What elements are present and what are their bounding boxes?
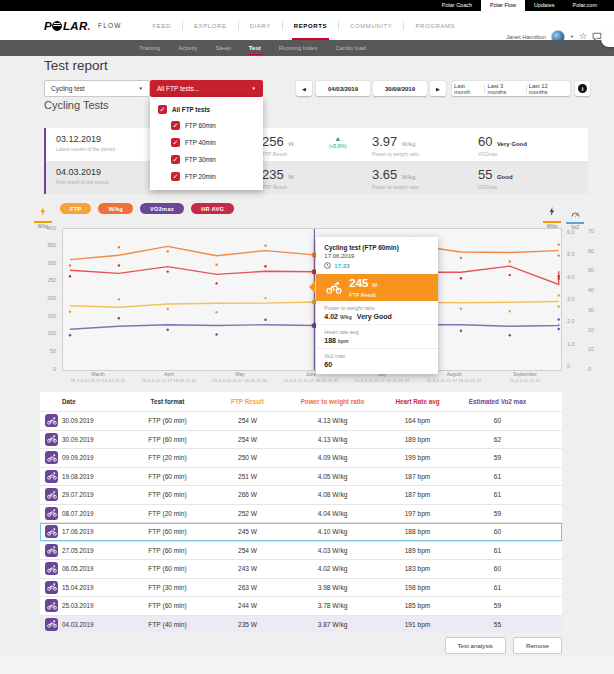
data-point-ftp[interactable]: [264, 244, 266, 246]
dropdown-option-ftp-60min[interactable]: ✓FTP 60min: [150, 117, 263, 134]
right-axis-unit-vo2[interactable]: Vo2: [566, 203, 584, 230]
subnav-item-sleep[interactable]: Sleep: [206, 40, 239, 56]
data-point-ftp[interactable]: [167, 250, 169, 252]
data-point-vo2max[interactable]: [215, 333, 217, 335]
data-point-hr-avg[interactable]: [460, 277, 462, 279]
data-point-hr-avg[interactable]: [215, 282, 217, 284]
data-point-w-kg[interactable]: [509, 310, 511, 312]
data-point-hr-avg[interactable]: [558, 275, 560, 277]
data-point-vo2max[interactable]: [509, 334, 511, 336]
data-point-vo2max[interactable]: [558, 328, 560, 330]
range-last-month[interactable]: Last month: [452, 83, 484, 95]
data-point-ftp[interactable]: [460, 257, 462, 259]
data-point-w-kg[interactable]: [167, 308, 169, 310]
data-point-w-kg[interactable]: [460, 308, 462, 310]
checkbox-checked-icon[interactable]: ✓: [171, 172, 180, 181]
cell-date: 19.08.2019: [62, 473, 120, 480]
table-row[interactable]: 06.05.2019FTP (60 min)243 W4.02 W/kg183 …: [40, 560, 562, 579]
data-point-vo2max[interactable]: [167, 329, 169, 331]
range-last-3-months[interactable]: Last 3 months: [485, 83, 525, 95]
data-point-w-kg[interactable]: [264, 297, 266, 299]
info-button[interactable]: i: [575, 81, 590, 96]
data-point-vo2max[interactable]: [69, 334, 71, 336]
floating-side-tab[interactable]: [601, 31, 614, 47]
data-point-vo2max[interactable]: [460, 330, 462, 332]
chart-plot-area[interactable]: [62, 228, 562, 371]
table-row[interactable]: 29.07.2019FTP (60 min)266 W4.08 W/kg187 …: [40, 486, 562, 505]
subnav-item-cardio-load[interactable]: Cardio load: [326, 40, 375, 56]
sport-select[interactable]: Cycling test ▼: [44, 80, 150, 97]
nav-item-explore[interactable]: EXPLORE: [183, 11, 238, 40]
data-point-hr-avg[interactable]: [558, 277, 560, 279]
subnav-item-activity[interactable]: Activity: [169, 40, 206, 56]
polar-logo[interactable]: PLAR.: [44, 20, 91, 32]
legend-vo2max[interactable]: VO2max: [140, 203, 184, 214]
test-type-select[interactable]: All FTP tests... ▼: [150, 80, 263, 97]
table-row[interactable]: 19.08.2019FTP (60 min)251 W4.05 W/kg187 …: [40, 468, 562, 487]
data-point-hr-avg[interactable]: [118, 264, 120, 266]
remove-button[interactable]: Remove: [513, 637, 562, 654]
data-point-ftp[interactable]: [558, 254, 560, 256]
nav-item-reports[interactable]: REPORTS: [283, 11, 338, 40]
date-from-field[interactable]: 04/03/2019: [316, 81, 370, 96]
subnav-item-training[interactable]: Training: [130, 40, 169, 56]
user-caret-icon[interactable]: ▼: [570, 34, 574, 39]
table-row[interactable]: 15.04.2019FTP (30 min)263 W3.98 W/kg198 …: [40, 579, 562, 598]
topbar-link-updates[interactable]: Updates: [525, 0, 564, 11]
summary-latest-row[interactable]: 03.12.2019Latest results of the period 2…: [46, 128, 588, 161]
data-point-hr-avg[interactable]: [69, 275, 71, 277]
topbar-link-polar-coach[interactable]: Polar Coach: [433, 0, 481, 11]
data-point-ftp[interactable]: [118, 246, 120, 248]
data-point-w-kg[interactable]: [69, 311, 71, 313]
data-point-hr-avg[interactable]: [167, 270, 169, 272]
data-point-vo2max[interactable]: [264, 319, 266, 321]
dropdown-option-ftp-40min[interactable]: ✓FTP 40min: [150, 134, 263, 151]
table-row[interactable]: 27.05.2019FTP (60 min)254 W4.03 W/kg189 …: [40, 542, 562, 561]
subnav-item-test[interactable]: Test: [240, 40, 270, 56]
table-header: Date Test format FTP Result Power to wei…: [40, 392, 562, 412]
subnav-item-running-index[interactable]: Running Index: [270, 40, 327, 56]
table-row[interactable]: 17.06.2019FTP (60 min)245 W4.10 W/kg188 …: [40, 523, 562, 542]
summary-first-row[interactable]: 04.03.2019First result of the period FTP…: [46, 161, 588, 194]
topbar-link-polar-com[interactable]: Polar.com: [564, 0, 606, 11]
right-axis-unit-wkg[interactable]: W/kg: [543, 202, 561, 229]
date-to-field[interactable]: 30/09/2019: [373, 81, 427, 96]
checkbox-checked-icon[interactable]: ✓: [171, 121, 180, 130]
data-point-w-kg[interactable]: [118, 298, 120, 300]
checkbox-checked-icon[interactable]: ✓: [171, 138, 180, 147]
data-point-w-kg[interactable]: [558, 305, 560, 307]
data-point-w-kg[interactable]: [558, 294, 560, 296]
dropdown-option-all[interactable]: ✓ All FTP tests: [150, 101, 263, 117]
table-row[interactable]: 09.09.2019FTP (20 min)250 W4.09 W/kg199 …: [40, 449, 562, 468]
range-last-12-months[interactable]: Last 12 months: [527, 83, 570, 95]
nav-item-diary[interactable]: DIARY: [239, 11, 282, 40]
checkbox-checked-icon[interactable]: ✓: [171, 155, 180, 164]
data-point-ftp[interactable]: [215, 264, 217, 266]
test-analysis-button[interactable]: Test analysis: [445, 637, 506, 654]
date-back-button[interactable]: ◀: [296, 81, 312, 96]
date-forward-button[interactable]: ▶: [430, 81, 446, 96]
table-row[interactable]: 04.03.2019FTP (40 min)235 W3.87 W/kg191 …: [40, 616, 562, 634]
data-point-hr-avg[interactable]: [509, 274, 511, 276]
topbar-link-polar-flow[interactable]: Polar Flow: [481, 0, 525, 11]
nav-item-community[interactable]: COMMUNITY: [339, 11, 403, 40]
data-point-vo2max[interactable]: [558, 318, 560, 320]
table-row[interactable]: 30.09.2019FTP (60 min)254 W4.13 W/kg189 …: [40, 431, 562, 450]
data-point-ftp[interactable]: [558, 243, 560, 245]
legend-w-kg[interactable]: W/kg: [98, 203, 133, 214]
data-point-ftp[interactable]: [69, 264, 71, 266]
table-row[interactable]: 30.09.2019FTP (60 min)254 W4.13 W/kg164 …: [40, 412, 562, 431]
legend-hr-avg[interactable]: HR AVG: [191, 203, 234, 214]
data-point-w-kg[interactable]: [215, 311, 217, 313]
legend-ftp[interactable]: FTP: [60, 203, 91, 214]
table-row[interactable]: 08.07.2019FTP (20 min)252 W4.04 W/kg197 …: [40, 505, 562, 524]
nav-item-feed[interactable]: FEED: [142, 11, 182, 40]
data-point-hr-avg[interactable]: [264, 265, 266, 267]
table-row[interactable]: 25.03.2019FTP (60 min)244 W3.78 W/kg185 …: [40, 597, 562, 616]
dropdown-option-ftp-30min[interactable]: ✓FTP 30min: [150, 151, 263, 168]
dropdown-option-ftp-20min[interactable]: ✓FTP 20min: [150, 168, 263, 185]
data-point-ftp[interactable]: [509, 260, 511, 262]
nav-item-programs[interactable]: PROGRAMS: [404, 11, 466, 40]
checkbox-checked-icon[interactable]: ✓: [158, 105, 167, 114]
data-point-vo2max[interactable]: [118, 317, 120, 319]
